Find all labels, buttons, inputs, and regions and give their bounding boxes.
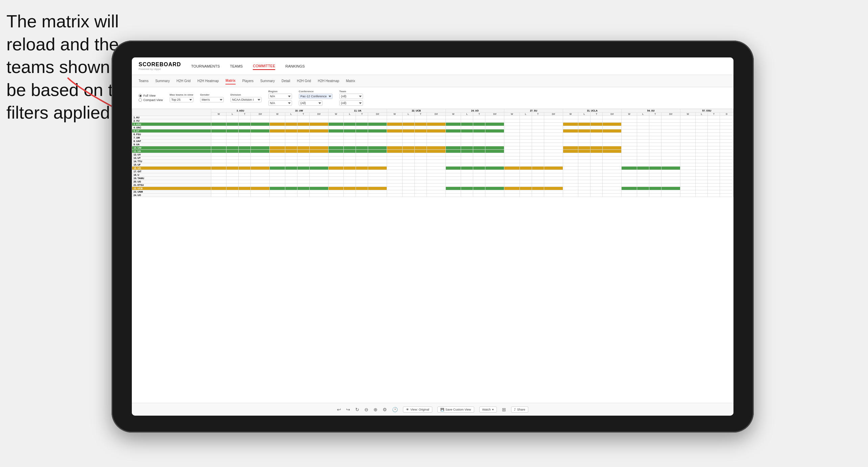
max-teams-select[interactable]: Top 25 Top 10 Top 50 xyxy=(170,97,193,102)
matrix-cell xyxy=(649,140,661,143)
row-header-18.u: 18. U xyxy=(132,173,211,177)
matrix-cell xyxy=(414,167,427,170)
matrix-cell xyxy=(285,160,297,163)
nav-committee[interactable]: COMMITTEE xyxy=(253,63,275,70)
matrix-cell xyxy=(544,136,563,140)
team-second-select[interactable]: (All) xyxy=(339,100,363,106)
matrix-cell xyxy=(649,133,661,136)
matrix-cell xyxy=(368,129,387,133)
matrix-cell xyxy=(445,194,461,197)
sub-col-ua-w: W xyxy=(328,113,343,116)
matrix-cell xyxy=(520,160,532,163)
conf-second-select[interactable]: (All) xyxy=(299,100,322,106)
sub-nav-detail[interactable]: Detail xyxy=(282,78,290,84)
matrix-cell xyxy=(708,119,720,123)
nav-teams[interactable]: TEAMS xyxy=(230,63,243,70)
matrix-cell xyxy=(270,194,285,197)
save-custom-view-button[interactable]: 💾 Save Custom View xyxy=(437,407,474,413)
sub-nav-teams[interactable]: Teams xyxy=(139,78,148,84)
view-original-button[interactable]: 👁 View: Original xyxy=(403,407,432,413)
matrix-cell xyxy=(211,160,226,163)
conference-select[interactable]: Pac-12 Conference Big Ten SEC xyxy=(299,94,333,99)
division-select[interactable]: NCAA Division I NCAA Division II NCAA Di… xyxy=(231,97,262,102)
matrix-cell xyxy=(637,180,649,183)
matrix-cell xyxy=(226,119,239,123)
matrix-cell xyxy=(368,119,387,123)
row-header-10.uw: 10. UW xyxy=(132,146,211,150)
matrix-cell xyxy=(285,140,297,143)
nav-rankings[interactable]: RANKINGS xyxy=(285,63,305,70)
matrix-cell xyxy=(356,177,368,180)
sub-col-ucb-t: T xyxy=(414,113,427,116)
undo-icon[interactable]: ↩ xyxy=(337,407,341,412)
matrix-cell xyxy=(532,129,544,133)
matrix-cell xyxy=(344,150,356,153)
matrix-cell xyxy=(622,190,637,194)
conf-second-row: (All) xyxy=(299,100,333,106)
watch-button[interactable]: Watch ▾ xyxy=(479,407,497,413)
matrix-cell xyxy=(563,156,578,160)
zoom-in-icon[interactable]: ⊕ xyxy=(373,407,378,412)
full-view-radio[interactable]: Full View xyxy=(139,94,163,97)
clock-icon[interactable]: 🕐 xyxy=(392,407,398,412)
matrix-cell xyxy=(485,140,504,143)
nav-tournaments[interactable]: TOURNAMENTS xyxy=(191,63,220,70)
table-row: 18. U xyxy=(132,173,733,177)
compact-view-radio[interactable]: Compact View xyxy=(139,98,163,102)
matrix-cell xyxy=(328,116,343,119)
matrix-cell xyxy=(427,190,445,194)
matrix-cell xyxy=(696,170,708,173)
zoom-out-icon[interactable]: ⊖ xyxy=(364,407,368,412)
sub-nav-h2h-heatmap2[interactable]: H2H Heatmap xyxy=(318,78,339,84)
matrix-cell xyxy=(328,173,343,177)
sub-nav-matrix2[interactable]: Matrix xyxy=(346,78,355,84)
matrix-cell xyxy=(387,160,402,163)
share-icon[interactable]: ⊞ xyxy=(502,407,506,412)
matrix-cell xyxy=(297,170,309,173)
matrix-content[interactable]: 3. ASU 10. UW 11. UA 22. UCB 24. UO 27. … xyxy=(132,109,733,403)
refresh-icon[interactable]: ↻ xyxy=(355,407,359,412)
matrix-cell xyxy=(720,143,733,146)
region-select[interactable]: N/A East West xyxy=(268,94,292,99)
sub-nav-matrix[interactable]: Matrix xyxy=(225,77,235,84)
matrix-cell xyxy=(590,160,603,163)
matrix-cell xyxy=(520,173,532,177)
matrix-cell xyxy=(461,170,473,173)
matrix-cell xyxy=(239,160,251,163)
matrix-cell xyxy=(239,126,251,129)
matrix-cell xyxy=(590,143,603,146)
matrix-cell xyxy=(532,146,544,150)
matrix-cell xyxy=(578,146,590,150)
matrix-cell xyxy=(637,123,649,126)
matrix-cell xyxy=(473,194,485,197)
matrix-cell xyxy=(520,119,532,123)
matrix-cell xyxy=(414,116,427,119)
team-select[interactable]: (All) xyxy=(339,94,363,99)
matrix-cell xyxy=(285,167,297,170)
settings-icon[interactable]: ⚙ xyxy=(383,407,387,412)
matrix-cell xyxy=(297,150,309,153)
sub-nav-players[interactable]: Players xyxy=(242,78,254,84)
matrix-cell xyxy=(578,180,590,183)
sub-nav-summary[interactable]: Summary xyxy=(155,78,170,84)
matrix-cell xyxy=(637,190,649,194)
sub-col-uw-dif: Dif xyxy=(309,113,328,116)
matrix-cell xyxy=(356,116,368,119)
redo-icon[interactable]: ↪ xyxy=(346,407,350,412)
sub-col-ucla-l: L xyxy=(578,113,590,116)
sub-nav-h2h-grid[interactable]: H2H Grid xyxy=(176,78,191,84)
table-row: 8. UAF xyxy=(132,140,733,143)
sub-nav-summary2[interactable]: Summary xyxy=(260,78,275,84)
matrix-cell xyxy=(344,160,356,163)
max-teams-filter: Max teams in view Top 25 Top 10 Top 50 xyxy=(170,93,193,102)
sub-nav-h2h-grid2[interactable]: H2H Grid xyxy=(297,78,311,84)
matrix-cell xyxy=(544,119,563,123)
matrix-cell xyxy=(637,146,649,150)
sub-nav-h2h-heatmap[interactable]: H2H Heatmap xyxy=(197,78,219,84)
matrix-cell xyxy=(402,173,414,177)
region-second-select[interactable]: N/A xyxy=(268,100,292,106)
gender-select[interactable]: Men's Women's xyxy=(200,97,224,102)
matrix-cell xyxy=(504,153,520,156)
share-button[interactable]: ⤴ Share xyxy=(511,407,528,413)
matrix-cell xyxy=(445,150,461,153)
